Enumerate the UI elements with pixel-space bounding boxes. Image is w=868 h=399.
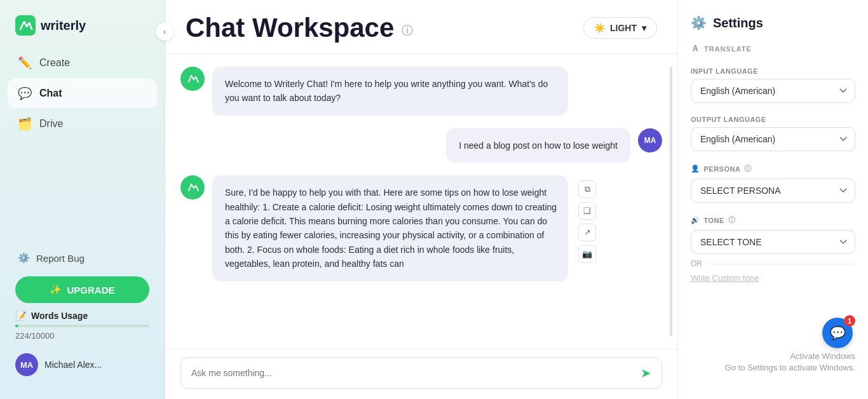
chat-fab-icon: 💬 bbox=[830, 325, 846, 341]
output-language-label: OUTPUT LANGUAGE bbox=[691, 116, 855, 123]
sidebar-item-chat-label: Chat bbox=[39, 88, 62, 99]
persona-icon: 👤 bbox=[691, 165, 700, 173]
tone-info-icon[interactable]: ⓘ bbox=[728, 215, 736, 225]
avatar: MA bbox=[15, 353, 38, 376]
words-usage-count: 224/10000 bbox=[15, 331, 149, 341]
chat-area: Welcome to Writerly Chat! I'm here to he… bbox=[165, 54, 677, 349]
message-bubble-user1: I need a blog post on how to lose weight bbox=[446, 128, 630, 163]
upgrade-label: UPGRADE bbox=[67, 285, 114, 295]
message-bubble-bot2: Sure, I'd be happy to help you with that… bbox=[212, 175, 568, 281]
sidebar-item-create[interactable]: ✏️ Create bbox=[8, 48, 157, 78]
share-button[interactable]: ↗ bbox=[578, 224, 596, 241]
bot-avatar bbox=[180, 67, 205, 91]
title-info-icon[interactable]: ⓘ bbox=[402, 23, 413, 38]
input-language-section: INPUT LANGUAGE English (American) Englis… bbox=[691, 67, 855, 103]
page-title: Chat Workspace bbox=[186, 13, 394, 43]
persona-select[interactable]: SELECT PERSONA bbox=[691, 179, 855, 203]
theme-toggle-button[interactable]: ☀️ LIGHT ▾ bbox=[583, 17, 657, 39]
message-actions: ⧉ ❑ ↗ 📷 bbox=[578, 180, 596, 263]
translate-label: Ａ TRANSLATE bbox=[691, 43, 855, 55]
writerly-logo-icon bbox=[15, 15, 36, 36]
words-usage-bar-fill bbox=[15, 325, 18, 327]
send-icon: ➤ bbox=[641, 366, 651, 380]
user-name: Michael Alex... bbox=[44, 360, 102, 370]
chat-input-area: ➤ bbox=[165, 349, 677, 399]
sidebar-collapse-button[interactable]: ‹ bbox=[156, 23, 173, 41]
duplicate-button[interactable]: ❑ bbox=[578, 202, 596, 220]
report-bug-icon: ⚙️ bbox=[18, 252, 30, 264]
sidebar-item-drive[interactable]: 🗂️ Drive bbox=[8, 109, 157, 139]
main-header: Chat Workspace ⓘ ☀️ LIGHT ▾ bbox=[165, 0, 677, 54]
tone-select[interactable]: SELECT TONE bbox=[691, 230, 855, 254]
message-row: MA I need a blog post on how to lose wei… bbox=[180, 128, 662, 163]
logo-area: writerly bbox=[0, 10, 165, 48]
report-bug-label: Report Bug bbox=[36, 253, 85, 264]
copy-button[interactable]: ⧉ bbox=[578, 180, 596, 198]
chat-fab-badge: 1 bbox=[844, 315, 855, 327]
input-language-select[interactable]: English (American) English (British) Spa… bbox=[691, 79, 855, 103]
user-profile[interactable]: MA Michael Alex... bbox=[15, 348, 149, 381]
chat-icon: 💬 bbox=[18, 86, 32, 100]
words-usage-icon: 📝 bbox=[15, 311, 26, 321]
sidebar-nav: ✏️ Create 💬 Chat 🗂️ Drive bbox=[0, 48, 165, 240]
persona-section: 👤 PERSONA ⓘ SELECT PERSONA bbox=[691, 164, 855, 203]
upgrade-icon: ✨ bbox=[50, 284, 62, 295]
write-custom-tone-link[interactable]: Write Custom tone bbox=[691, 273, 855, 283]
logo-text: writerly bbox=[41, 18, 86, 33]
create-icon: ✏️ bbox=[18, 56, 32, 70]
chat-input[interactable] bbox=[191, 368, 641, 378]
upgrade-button[interactable]: ✨ UPGRADE bbox=[15, 276, 149, 303]
sidebar-item-drive-label: Drive bbox=[39, 118, 63, 130]
settings-gear-icon: ⚙️ bbox=[691, 15, 707, 30]
sidebar-bottom: ⚙️ Report Bug ✨ UPGRADE 📝 Words Usage 22… bbox=[0, 240, 165, 389]
chevron-down-icon: ▾ bbox=[642, 23, 646, 33]
tone-label: 🔊 TONE ⓘ bbox=[691, 215, 855, 225]
sidebar: writerly ‹ ✏️ Create 💬 Chat 🗂️ Drive ⚙️ … bbox=[0, 0, 165, 399]
message-row: Sure, I'd be happy to help you with that… bbox=[180, 175, 662, 281]
or-divider: OR bbox=[691, 259, 855, 268]
main-area: Chat Workspace ⓘ ☀️ LIGHT ▾ Welcome to W… bbox=[165, 0, 677, 399]
user-message-avatar: MA bbox=[638, 128, 662, 152]
input-language-label: INPUT LANGUAGE bbox=[691, 67, 855, 75]
chat-input-wrapper: ➤ bbox=[180, 357, 662, 389]
sidebar-item-chat[interactable]: 💬 Chat bbox=[8, 79, 157, 108]
chat-fab-wrapper: 💬 1 bbox=[822, 318, 853, 348]
tone-icon: 🔊 bbox=[691, 216, 700, 224]
settings-title: ⚙️ Settings bbox=[691, 15, 855, 30]
camera-button[interactable]: 📷 bbox=[578, 245, 596, 263]
message-row: Welcome to Writerly Chat! I'm here to he… bbox=[180, 67, 662, 116]
report-bug-button[interactable]: ⚙️ Report Bug bbox=[15, 247, 149, 269]
words-usage-section: 📝 Words Usage 224/10000 bbox=[15, 311, 149, 341]
persona-info-icon[interactable]: ⓘ bbox=[744, 164, 752, 173]
translate-icon: Ａ bbox=[691, 43, 700, 55]
translate-section: Ａ TRANSLATE bbox=[691, 43, 855, 55]
words-usage-bar-background bbox=[15, 325, 149, 327]
chat-fab-button[interactable]: 💬 1 bbox=[822, 318, 853, 348]
message-bubble-bot1: Welcome to Writerly Chat! I'm here to he… bbox=[212, 67, 568, 116]
sidebar-item-create-label: Create bbox=[39, 57, 70, 69]
output-language-section: OUTPUT LANGUAGE English (American) Engli… bbox=[691, 116, 855, 151]
persona-label: 👤 PERSONA ⓘ bbox=[691, 164, 855, 173]
tone-section: 🔊 TONE ⓘ SELECT TONE OR Write Custom ton… bbox=[691, 215, 855, 283]
send-button[interactable]: ➤ bbox=[641, 365, 651, 381]
bot-avatar bbox=[180, 175, 205, 200]
drive-icon: 🗂️ bbox=[18, 117, 32, 131]
output-language-select[interactable]: English (American) English (British) Spa… bbox=[691, 127, 855, 151]
words-usage-label: 📝 Words Usage bbox=[15, 311, 149, 321]
light-icon: ☀️ bbox=[594, 23, 605, 33]
